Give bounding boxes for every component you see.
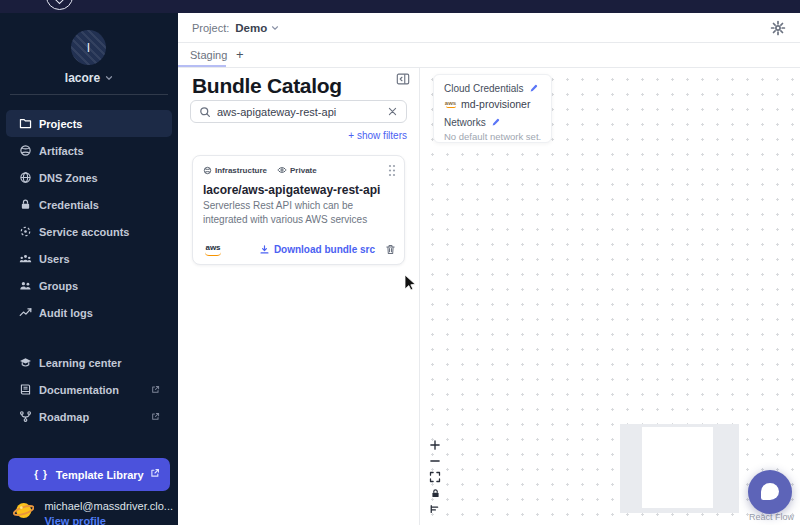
fit-view-button[interactable] [428,470,442,484]
sidebar-item-artifacts[interactable]: Artifacts [6,137,172,164]
sidebar-item-label: Roadmap [39,411,89,423]
graduation-cap-icon [18,356,32,370]
credential-row: aws md-provisioner [444,98,551,110]
project-label: Project: [192,22,229,34]
sidebar-item-groups[interactable]: Groups [6,272,172,299]
search-input[interactable] [217,106,381,118]
sidebar-item-audit-logs[interactable]: Audit logs [6,299,172,326]
project-selector[interactable]: Demo [235,22,279,34]
chat-bubble-icon [761,483,779,500]
zoom-out-button[interactable] [428,454,442,468]
eye-icon [277,165,287,175]
active-tab-underline [178,65,226,68]
cloud-credentials-label: Cloud Credentials [444,83,524,94]
networks-label: Networks [444,117,486,128]
sidebar-item-service-accounts[interactable]: Service accounts [6,218,172,245]
lock-icon [18,198,32,212]
avatar[interactable]: l [71,30,106,65]
tab-staging[interactable]: Staging [190,49,227,61]
add-environment-button[interactable]: + [236,47,244,62]
branch-icon [18,410,32,424]
external-link-icon [151,412,160,421]
bundle-description: Serverless Rest API which can be integra… [203,199,392,227]
defaults-panel: Cloud Credentials aws md-provisioner Net… [433,74,552,143]
workflow-canvas[interactable]: Cloud Credentials aws md-provisioner Net… [420,68,800,525]
sidebar-item-credentials[interactable]: Credentials [6,191,172,218]
networks-empty-text: No default network set. [444,131,551,142]
sidebar-item-label: Service accounts [39,226,130,238]
sidebar-item-projects[interactable]: Projects [6,110,172,137]
user-menu[interactable]: lacore [0,71,178,85]
credential-name: md-provisioner [461,98,530,110]
globe-icon [18,171,32,185]
sidebar-item-label: Learning center [39,357,122,369]
chevron-down-icon [271,24,279,32]
bundle-catalog-panel: Bundle Catalog + show filters Infrastruc… [178,68,420,525]
sidebar-item-users[interactable]: Users [6,245,172,272]
braces-icon: { } [34,469,48,480]
template-library-label: Template Library [56,469,144,481]
project-name: Demo [235,22,267,34]
infrastructure-icon [203,166,212,175]
sidebar-item-roadmap[interactable]: Roadmap [6,403,172,430]
download-bundle-link[interactable]: Download bundle src [259,244,375,255]
search-field [190,100,407,123]
edit-networks-icon[interactable] [491,118,500,127]
sidebar-item-label: Audit logs [39,307,93,319]
sidebar-secondary-nav: Learning center Documentation Roadmap [0,349,178,430]
project-bar: Project: Demo [178,13,800,43]
chat-button[interactable] [748,470,792,514]
minimap-viewport [642,427,713,508]
show-filters-link[interactable]: + show filters [348,130,407,141]
sidebar-item-label: Users [39,253,70,265]
type-badge: Infrastructure [203,166,267,175]
sidebar-item-label: Projects [39,118,82,130]
aws-logo: aws [203,244,223,256]
profile-section: michael@massdriver.clo... View profile [13,497,173,525]
template-library-button[interactable]: { } Template Library [8,458,170,491]
sidebar-item-learning-center[interactable]: Learning center [6,349,172,376]
canvas-controls [428,438,442,516]
user-email: michael@massdriver.clo... [44,500,173,512]
sidebar-item-documentation[interactable]: Documentation [6,376,172,403]
download-icon [259,244,270,255]
chevron-down-icon [105,74,113,82]
bundle-card[interactable]: Infrastructure Private lacore/aws-apigat… [192,155,405,265]
sidebar-item-label: Credentials [39,199,99,211]
delete-bundle-button[interactable] [385,243,396,256]
environment-tabs: Staging + [178,43,800,68]
clear-search-icon[interactable] [387,106,398,117]
users-icon [18,252,32,266]
sidebar-item-label: DNS Zones [39,172,98,184]
visibility-badge: Private [277,165,317,175]
auto-layout-button[interactable] [428,502,442,516]
sidebar-item-label: Groups [39,280,78,292]
view-profile-link[interactable]: View profile [44,515,173,525]
groups-icon [18,279,32,293]
artifact-icon [18,144,32,158]
drag-handle-icon[interactable] [388,164,396,177]
aws-mini-logo: aws [444,100,457,109]
bundle-title: lacore/aws-apigateway-rest-api [203,183,380,197]
zoom-in-button[interactable] [428,438,442,452]
folder-icon [18,117,32,131]
lock-interactivity-button[interactable] [428,486,442,500]
sidebar-item-label: Artifacts [39,145,84,157]
planet-avatar [13,497,34,524]
external-link-icon [150,468,160,478]
sidebar-nav: Projects Artifacts DNS Zones Credentials… [0,110,178,326]
minimap[interactable] [620,424,739,513]
edit-credentials-icon[interactable] [529,84,538,93]
trend-line-icon [18,306,32,320]
divider [10,94,168,95]
settings-gear-button[interactable] [770,20,786,36]
service-account-icon [18,225,32,239]
sidebar-item-dns-zones[interactable]: DNS Zones [6,164,172,191]
collapse-panel-button[interactable] [396,72,410,86]
book-icon [18,383,32,397]
page-title: Bundle Catalog [192,74,342,98]
sidebar-item-label: Documentation [39,384,119,396]
massdriver-logo-icon [46,0,73,10]
external-link-icon [151,385,160,394]
top-strip [0,0,800,13]
